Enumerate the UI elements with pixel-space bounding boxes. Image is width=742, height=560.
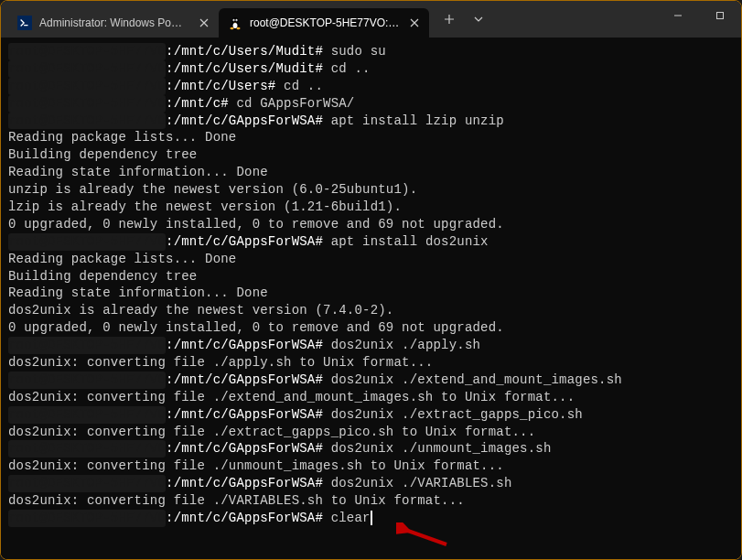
redacted-hostname: root@DESKTOP-5HE77VO [8,475,166,492]
prompt-path: :/mnt/c# [166,96,229,111]
prompt-path: :/mnt/c/GAppsForWSA# [166,113,323,128]
tab-strip: Administrator: Windows PowerS [1,1,429,38]
command-text: dos2unix ./VARIABLES.sh [323,476,511,490]
terminal-line: Reading package lists... Done [8,251,734,268]
terminal-line: root@DESKTOP-5HE77VO:/mnt/c/Users# cd .. [8,78,734,95]
terminal-line: root@DESKTOP-5HE77VO:/mnt/c# cd GAppsFor… [8,95,734,113]
terminal-line: root@DESKTOP-5HE77VO:/mnt/c/Users/Mudit#… [8,43,734,60]
terminal-line: root@DESKTOP-5HE77VO:/mnt/c/GAppsForWSA#… [8,406,734,424]
prompt-path: :/mnt/c/GAppsForWSA# [166,338,323,352]
redacted-hostname: root@DESKTOP-5HE77VO [8,78,166,95]
command-text: dos2unix ./extend_and_mount_images.sh [323,372,622,387]
tab-powershell[interactable]: Administrator: Windows PowerS [8,8,219,38]
tux-icon [228,16,242,30]
terminal-line: root@DESKTOP-5HE77VO:/mnt/c/GAppsForWSA#… [8,475,734,492]
svg-point-9 [237,27,241,29]
command-text: apt install lzip unzip [323,113,504,128]
prompt-path: :/mnt/c/GAppsForWSA# [166,441,323,456]
prompt-path: :/mnt/c/GAppsForWSA# [166,234,323,249]
terminal-line: dos2unix: converting file ./extract_gapp… [8,424,734,441]
prompt-path: :/mnt/c/GAppsForWSA# [166,511,323,525]
svg-point-6 [233,20,234,21]
close-icon[interactable] [197,16,211,30]
tab-linux-terminal[interactable]: root@DESKTOP-5HE77VO: /mn [219,8,429,38]
redacted-hostname: root@DESKTOP-5HE77VO [8,406,166,424]
terminal-line: root@DESKTOP-5HE77VO:/mnt/c/GAppsForWSA#… [8,233,734,251]
tab-title: Administrator: Windows PowerS [39,16,189,29]
titlebar[interactable]: Administrator: Windows PowerS [1,1,741,38]
new-tab-button[interactable] [436,6,462,32]
terminal-line: Reading package lists... Done [8,129,734,146]
terminal-line: Reading state information... Done [8,164,734,181]
terminal-line: root@DESKTOP-5HE77VO:/mnt/c/GAppsForWSA#… [8,337,734,354]
minimize-button[interactable] [657,1,699,30]
redacted-hostname: root@DESKTOP-5HE77VO [8,60,166,78]
redacted-hostname: root@DESKTOP-5HE77VO [8,113,166,130]
command-text: dos2unix ./unmount_images.sh [323,441,551,456]
prompt-path: :/mnt/c/Users/Mudit# [166,61,323,76]
terminal-line: 0 upgraded, 0 newly installed, 0 to remo… [8,216,734,233]
command-text: apt install dos2unix [323,234,489,249]
maximize-button[interactable] [699,1,741,30]
redacted-hostname: root@DESKTOP-5HE77VO [8,372,166,389]
terminal-line: Building dependency tree [8,146,734,164]
tab-controls [429,1,499,38]
terminal-line: root@DESKTOP-5HE77VO:/mnt/c/GAppsForWSA#… [8,440,734,458]
prompt-path: :/mnt/c/GAppsForWSA# [166,407,323,422]
svg-point-8 [231,27,234,29]
tab-dropdown-button[interactable] [466,6,491,32]
prompt-path: :/mnt/c/GAppsForWSA# [166,476,323,490]
close-icon[interactable] [407,16,422,30]
redacted-hostname: root@DESKTOP-5HE77VO [8,510,166,527]
tab-title: root@DESKTOP-5HE77VO: /mn [250,16,400,29]
svg-line-11 [405,530,446,544]
terminal-line: dos2unix: converting file ./extend_and_m… [8,389,734,406]
terminal-line: dos2unix is already the newest version (… [8,302,734,319]
terminal-line: root@DESKTOP-5HE77VO:/mnt/c/GAppsForWSA#… [8,113,734,130]
svg-point-3 [233,23,238,28]
command-text: sudo su [323,44,386,59]
svg-rect-10 [717,13,724,19]
prompt-path: :/mnt/c/GAppsForWSA# [166,372,323,387]
command-text: dos2unix ./apply.sh [323,338,480,352]
terminal-line: unzip is already the newest version (6.0… [8,181,734,199]
redacted-hostname: root@DESKTOP-5HE77VO [8,337,166,354]
text-cursor [371,511,372,525]
terminal-line: root@DESKTOP-5HE77VO:/mnt/c/GAppsForWSA#… [8,372,734,389]
svg-point-7 [236,20,237,21]
redacted-hostname: root@DESKTOP-5HE77VO [8,95,166,113]
terminal-line: root@DESKTOP-5HE77VO:/mnt/c/Users/Mudit#… [8,60,734,78]
redacted-hostname: root@DESKTOP-5HE77VO [8,440,166,458]
powershell-icon [17,16,32,30]
terminal-line: dos2unix: converting file ./VARIABLES.sh… [8,492,734,510]
command-text: dos2unix ./extract_gapps_pico.sh [323,407,583,422]
prompt-path: :/mnt/c/Users/Mudit# [166,44,323,59]
terminal-line: root@DESKTOP-5HE77VO:/mnt/c/GAppsForWSA#… [8,510,734,527]
redacted-hostname: root@DESKTOP-5HE77VO [8,43,166,60]
terminal-line: Building dependency tree [8,268,734,285]
terminal-line: lzip is already the newest version (1.21… [8,199,734,216]
command-text: clear [323,511,371,525]
command-text: cd .. [275,79,323,93]
terminal-line: Reading state information... Done [8,285,734,302]
terminal-line: dos2unix: converting file ./unmount_imag… [8,458,734,475]
terminal-output[interactable]: root@DESKTOP-5HE77VO:/mnt/c/Users/Mudit#… [1,38,741,559]
window-frame: Administrator: Windows PowerS [0,0,742,560]
command-text: cd .. [323,61,371,76]
prompt-path: :/mnt/c/Users# [166,79,275,93]
window-controls [657,1,741,38]
redacted-hostname: root@DESKTOP-5HE77VO [8,233,166,251]
command-text: cd GAppsForWSA/ [229,96,355,111]
terminal-line: dos2unix: converting file ./apply.sh to … [8,354,734,372]
terminal-line: 0 upgraded, 0 newly installed, 0 to remo… [8,319,734,337]
